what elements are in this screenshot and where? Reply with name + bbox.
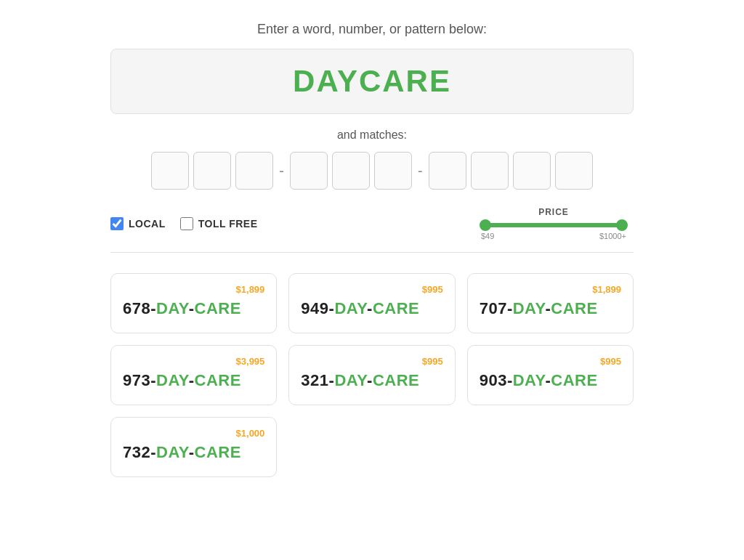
card-number: 973-DAY-CARE bbox=[123, 371, 241, 390]
local-label: LOCAL bbox=[129, 218, 166, 230]
results-grid: $1,899678-DAY-CARE$995949-DAY-CARE$1,899… bbox=[110, 273, 634, 477]
checkboxes: LOCAL TOLL FREE bbox=[110, 217, 258, 230]
card-number: 903-DAY-CARE bbox=[480, 371, 598, 390]
price-slider-container: PRICE $49 $1000+ bbox=[474, 207, 634, 240]
card-price: $995 bbox=[422, 356, 443, 367]
slider-thumb-left[interactable] bbox=[480, 219, 491, 231]
toll-free-label: TOLL FREE bbox=[198, 218, 258, 230]
pattern-box-4[interactable] bbox=[290, 152, 328, 190]
card-number: 321-DAY-CARE bbox=[301, 371, 419, 390]
matches-label: and matches: bbox=[337, 129, 407, 142]
card-price: $1,899 bbox=[592, 284, 621, 295]
card-number: 678-DAY-CARE bbox=[123, 299, 241, 318]
slider-labels: $49 $1000+ bbox=[481, 232, 626, 240]
pattern-dash-2: - bbox=[418, 163, 423, 179]
pattern-dash-1: - bbox=[279, 163, 284, 179]
instruction-text: Enter a word, number, or pattern below: bbox=[257, 22, 487, 37]
search-input[interactable] bbox=[126, 64, 618, 99]
local-checkbox-label[interactable]: LOCAL bbox=[110, 217, 166, 230]
pattern-box-7[interactable] bbox=[429, 152, 466, 190]
phone-card[interactable]: $1,899678-DAY-CARE bbox=[110, 273, 277, 333]
card-price: $995 bbox=[600, 356, 621, 367]
phone-card[interactable]: $995903-DAY-CARE bbox=[467, 345, 634, 405]
card-price: $1,000 bbox=[236, 428, 265, 439]
price-label: PRICE bbox=[538, 207, 569, 217]
phone-card[interactable]: $995949-DAY-CARE bbox=[288, 273, 455, 333]
phone-card[interactable]: $1,899707-DAY-CARE bbox=[467, 273, 634, 333]
slider-track[interactable] bbox=[481, 223, 626, 227]
phone-pattern: - - bbox=[151, 152, 592, 190]
card-price: $3,995 bbox=[236, 356, 265, 367]
pattern-box-2[interactable] bbox=[193, 152, 231, 190]
local-checkbox[interactable] bbox=[110, 217, 124, 230]
price-min: $49 bbox=[481, 232, 494, 240]
pattern-box-1[interactable] bbox=[151, 152, 189, 190]
pattern-box-8[interactable] bbox=[471, 152, 509, 190]
phone-card[interactable]: $995321-DAY-CARE bbox=[288, 345, 455, 405]
phone-card[interactable]: $1,000732-DAY-CARE bbox=[110, 417, 277, 477]
price-max: $1000+ bbox=[599, 232, 626, 240]
card-number: 949-DAY-CARE bbox=[301, 299, 419, 318]
card-number: 707-DAY-CARE bbox=[480, 299, 598, 318]
card-price: $1,899 bbox=[236, 284, 265, 295]
pattern-box-5[interactable] bbox=[332, 152, 370, 190]
phone-card[interactable]: $3,995973-DAY-CARE bbox=[110, 345, 277, 405]
toll-free-checkbox[interactable] bbox=[180, 217, 193, 230]
pattern-box-6[interactable] bbox=[374, 152, 412, 190]
toll-free-checkbox-label[interactable]: TOLL FREE bbox=[180, 217, 258, 230]
slider-thumb-right[interactable] bbox=[616, 219, 628, 231]
pattern-box-10[interactable] bbox=[555, 152, 593, 190]
page-container: Enter a word, number, or pattern below: … bbox=[15, 22, 729, 477]
pattern-box-9[interactable] bbox=[513, 152, 551, 190]
filters-row: LOCAL TOLL FREE PRICE $49 $1000+ bbox=[110, 207, 634, 253]
search-box bbox=[110, 49, 634, 114]
card-price: $995 bbox=[422, 284, 443, 295]
card-number: 732-DAY-CARE bbox=[123, 443, 241, 462]
pattern-box-3[interactable] bbox=[235, 152, 273, 190]
